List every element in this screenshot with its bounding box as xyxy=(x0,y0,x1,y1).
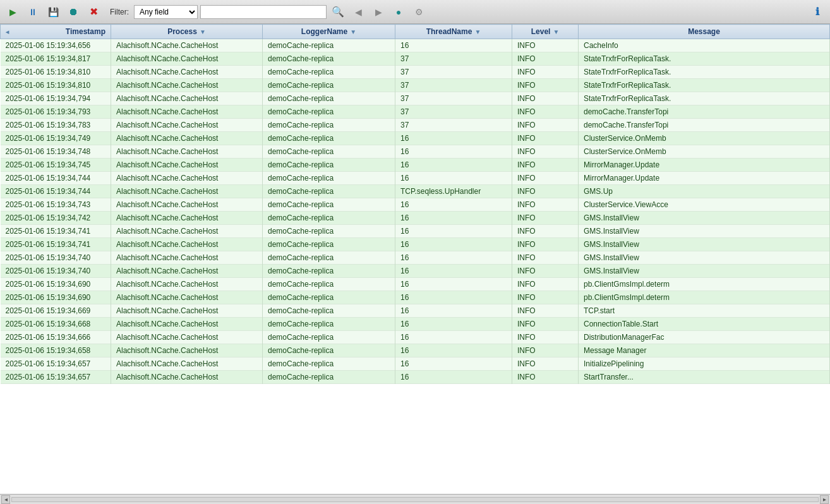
table-row[interactable]: 2025-01-06 15:19:34,657Alachisoft.NCache… xyxy=(1,371,830,384)
table-row[interactable]: 2025-01-06 15:19:34,810Alachisoft.NCache… xyxy=(1,79,830,92)
settings-button[interactable]: ⚙ xyxy=(410,3,428,21)
cell-loggername: demoCache-replica xyxy=(263,172,395,185)
table-row[interactable]: 2025-01-06 15:19:34,783Alachisoft.NCache… xyxy=(1,119,830,132)
table-row[interactable]: 2025-01-06 15:19:34,657Alachisoft.NCache… xyxy=(1,357,830,371)
col-header-loggername[interactable]: LoggerName ▼ xyxy=(263,25,395,39)
cell-message: GMS.InstallView xyxy=(579,265,830,278)
cell-process: Alachisoft.NCache.CacheHost xyxy=(111,225,263,238)
table-row[interactable]: 2025-01-06 15:19:34,741Alachisoft.NCache… xyxy=(1,225,830,238)
col-sort-level[interactable]: ▼ xyxy=(553,28,559,35)
info-button[interactable]: ℹ xyxy=(809,3,826,21)
table-row[interactable]: 2025-01-06 15:19:34,740Alachisoft.NCache… xyxy=(1,251,830,265)
table-row[interactable]: 2025-01-06 15:19:34,745Alachisoft.NCache… xyxy=(1,159,830,172)
cell-threadname: 16 xyxy=(395,265,512,278)
cell-level: INFO xyxy=(512,66,579,79)
col-header-threadname[interactable]: ThreadName ▼ xyxy=(395,25,512,39)
scroll-right-arrow[interactable]: ▸ xyxy=(820,495,829,504)
table-row[interactable]: 2025-01-06 15:19:34,743Alachisoft.NCache… xyxy=(1,198,830,212)
cell-message: ConnectionTable.Start xyxy=(579,318,830,331)
stop-button[interactable]: ✖ xyxy=(85,3,102,21)
scroll-track[interactable] xyxy=(11,497,819,502)
stream-button[interactable]: ● xyxy=(390,3,407,21)
col-header-level[interactable]: Level ▼ xyxy=(512,25,579,39)
filter-input[interactable] xyxy=(200,5,327,19)
table-row[interactable]: 2025-01-06 15:19:34,658Alachisoft.NCache… xyxy=(1,344,830,357)
cell-level: INFO xyxy=(512,119,579,132)
col-arrow-left-timestamp[interactable]: ◂ xyxy=(6,28,9,35)
cell-level: INFO xyxy=(512,79,579,92)
cell-loggername: demoCache-replica xyxy=(263,105,395,119)
table-row[interactable]: 2025-01-06 15:19:34,793Alachisoft.NCache… xyxy=(1,105,830,119)
table-row[interactable]: 2025-01-06 15:19:34,744Alachisoft.NCache… xyxy=(1,172,830,185)
nav-forward-button[interactable]: ▶ xyxy=(370,3,387,21)
cell-process: Alachisoft.NCache.CacheHost xyxy=(111,344,263,357)
table-row[interactable]: 2025-01-06 15:19:34,669Alachisoft.NCache… xyxy=(1,304,830,318)
play-button[interactable]: ▶ xyxy=(4,3,21,21)
cell-process: Alachisoft.NCache.CacheHost xyxy=(111,145,263,159)
cell-threadname: 37 xyxy=(395,119,512,132)
col-header-process[interactable]: Process ▼ xyxy=(111,25,263,39)
scroll-left-arrow[interactable]: ◂ xyxy=(1,495,10,504)
col-label-timestamp: Timestamp xyxy=(66,27,105,36)
table-row[interactable]: 2025-01-06 15:19:34,741Alachisoft.NCache… xyxy=(1,238,830,251)
table-row[interactable]: 2025-01-06 15:19:34,748Alachisoft.NCache… xyxy=(1,145,830,159)
cell-timestamp: 2025-01-06 15:19:34,740 xyxy=(1,265,111,278)
save-button[interactable]: 💾 xyxy=(44,3,62,21)
cell-timestamp: 2025-01-06 15:19:34,744 xyxy=(1,185,111,198)
table-row[interactable]: 2025-01-06 15:19:34,817Alachisoft.NCache… xyxy=(1,52,830,66)
cell-message: DistributionManagerFac xyxy=(579,331,830,344)
table-row[interactable]: 2025-01-06 15:19:34,668Alachisoft.NCache… xyxy=(1,318,830,331)
cell-message: StateTrxfrForReplicaTask. xyxy=(579,79,830,92)
log-table-wrapper[interactable]: ◂ Timestamp Process ▼ LoggerName ▼ xyxy=(0,24,830,494)
cell-process: Alachisoft.NCache.CacheHost xyxy=(111,92,263,105)
cell-threadname: 16 xyxy=(395,212,512,225)
cell-message: MirrorManager.Update xyxy=(579,172,830,185)
cell-loggername: demoCache-replica xyxy=(263,251,395,265)
cell-loggername: demoCache-replica xyxy=(263,291,395,304)
nav-back-button[interactable]: ◀ xyxy=(349,3,367,21)
table-row[interactable]: 2025-01-06 15:19:34,740Alachisoft.NCache… xyxy=(1,265,830,278)
table-row[interactable]: 2025-01-06 15:19:34,794Alachisoft.NCache… xyxy=(1,92,830,105)
cell-loggername: demoCache-replica xyxy=(263,318,395,331)
cell-process: Alachisoft.NCache.CacheHost xyxy=(111,105,263,119)
table-row[interactable]: 2025-01-06 15:19:34,690Alachisoft.NCache… xyxy=(1,278,830,291)
cell-message: StateTrxfrForReplicaTask. xyxy=(579,92,830,105)
cell-timestamp: 2025-01-06 15:19:34,669 xyxy=(1,304,111,318)
table-row[interactable]: 2025-01-06 15:19:34,742Alachisoft.NCache… xyxy=(1,212,830,225)
table-row[interactable]: 2025-01-06 15:19:34,666Alachisoft.NCache… xyxy=(1,331,830,344)
table-row[interactable]: 2025-01-06 15:19:34,656Alachisoft.NCache… xyxy=(1,39,830,52)
table-row[interactable]: 2025-01-06 15:19:34,744Alachisoft.NCache… xyxy=(1,185,830,198)
cell-timestamp: 2025-01-06 15:19:34,741 xyxy=(1,238,111,251)
table-row[interactable]: 2025-01-06 15:19:34,690Alachisoft.NCache… xyxy=(1,291,830,304)
cell-message: StateTrxfrForReplicaTask. xyxy=(579,52,830,66)
filter-dropdown[interactable]: Any field Timestamp Process LoggerName T… xyxy=(134,5,198,19)
cell-timestamp: 2025-01-06 15:19:34,656 xyxy=(1,39,111,52)
col-header-message[interactable]: Message xyxy=(579,25,830,39)
cell-threadname: 16 xyxy=(395,371,512,384)
col-sort-process[interactable]: ▼ xyxy=(200,28,206,35)
cell-message: InitializePipelining xyxy=(579,357,830,371)
col-header-timestamp[interactable]: ◂ Timestamp xyxy=(1,25,111,39)
horizontal-scrollbar[interactable]: ◂ ▸ xyxy=(0,494,830,504)
col-sort-threadname[interactable]: ▼ xyxy=(474,28,481,35)
table-row[interactable]: 2025-01-06 15:19:34,810Alachisoft.NCache… xyxy=(1,66,830,79)
pause-button[interactable]: ⏸ xyxy=(24,3,42,21)
cell-loggername: demoCache-replica xyxy=(263,344,395,357)
cell-timestamp: 2025-01-06 15:19:34,690 xyxy=(1,278,111,291)
cell-loggername: demoCache-replica xyxy=(263,66,395,79)
cell-timestamp: 2025-01-06 15:19:34,744 xyxy=(1,172,111,185)
record-button[interactable]: ⏺ xyxy=(64,3,82,21)
filter-label: Filter: xyxy=(110,8,129,16)
search-button[interactable]: 🔍 xyxy=(329,3,347,21)
cell-threadname: 16 xyxy=(395,159,512,172)
col-sort-loggername[interactable]: ▼ xyxy=(350,28,356,35)
cell-process: Alachisoft.NCache.CacheHost xyxy=(111,304,263,318)
table-row[interactable]: 2025-01-06 15:19:34,749Alachisoft.NCache… xyxy=(1,132,830,145)
cell-message: CacheInfo xyxy=(579,39,830,52)
cell-timestamp: 2025-01-06 15:19:34,666 xyxy=(1,331,111,344)
cell-level: INFO xyxy=(512,185,579,198)
cell-loggername: demoCache-replica xyxy=(263,79,395,92)
cell-level: INFO xyxy=(512,318,579,331)
cell-threadname: 37 xyxy=(395,105,512,119)
cell-threadname: 16 xyxy=(395,291,512,304)
